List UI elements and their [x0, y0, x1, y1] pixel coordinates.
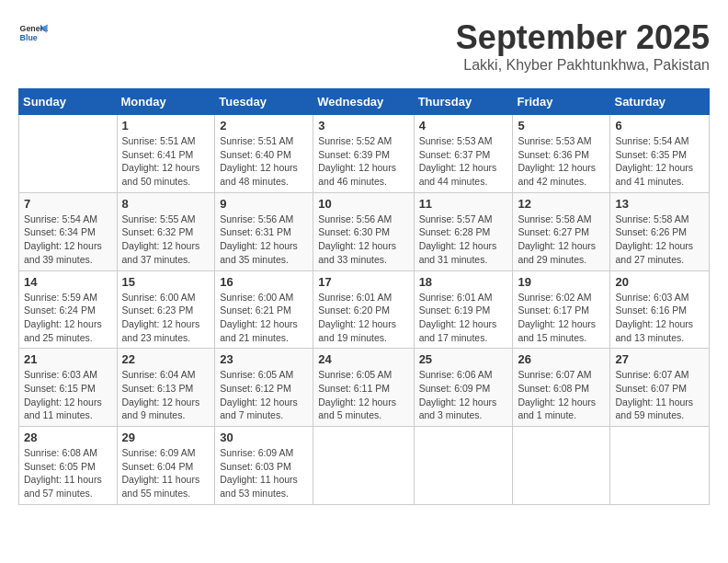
day-cell [513, 427, 610, 505]
day-content: Sunrise: 5:53 AMSunset: 6:36 PMDaylight:… [518, 134, 605, 189]
day-content: Sunrise: 6:00 AMSunset: 6:21 PMDaylight:… [220, 291, 308, 345]
day-number: 29 [122, 431, 210, 444]
day-content: Sunrise: 6:06 AMSunset: 6:09 PMDaylight:… [419, 368, 508, 422]
calendar-table: SundayMondayTuesdayWednesdayThursdayFrid… [18, 88, 710, 505]
day-cell: 8Sunrise: 5:55 AMSunset: 6:32 PMDaylight… [117, 192, 215, 270]
day-content: Sunrise: 5:51 AMSunset: 6:40 PMDaylight:… [220, 134, 308, 189]
day-cell: 15Sunrise: 6:00 AMSunset: 6:23 PMDayligh… [117, 270, 215, 349]
day-number: 28 [24, 431, 112, 444]
week-row-2: 7Sunrise: 5:54 AMSunset: 6:34 PMDaylight… [19, 192, 710, 270]
week-row-5: 28Sunrise: 6:08 AMSunset: 6:05 PMDayligh… [19, 427, 710, 505]
day-cell: 1Sunrise: 5:51 AMSunset: 6:41 PMDaylight… [117, 115, 215, 193]
day-cell: 24Sunrise: 6:05 AMSunset: 6:11 PMDayligh… [313, 349, 414, 427]
column-header-monday: Monday [117, 89, 215, 115]
day-cell [414, 427, 513, 505]
day-content: Sunrise: 5:53 AMSunset: 6:37 PMDaylight:… [419, 134, 508, 189]
day-cell: 27Sunrise: 6:07 AMSunset: 6:07 PMDayligh… [610, 349, 710, 427]
calendar-body: 1Sunrise: 5:51 AMSunset: 6:41 PMDaylight… [19, 115, 710, 505]
day-number: 12 [518, 197, 605, 211]
day-content: Sunrise: 5:57 AMSunset: 6:28 PMDaylight:… [419, 213, 508, 267]
day-cell: 20Sunrise: 6:03 AMSunset: 6:16 PMDayligh… [610, 270, 710, 349]
month-title: September 2025 [456, 18, 710, 57]
day-cell: 19Sunrise: 6:02 AMSunset: 6:17 PMDayligh… [513, 270, 610, 349]
day-number: 9 [220, 197, 308, 211]
day-content: Sunrise: 5:51 AMSunset: 6:41 PMDaylight:… [122, 134, 210, 189]
day-cell: 6Sunrise: 5:54 AMSunset: 6:35 PMDaylight… [610, 115, 710, 193]
day-cell: 7Sunrise: 5:54 AMSunset: 6:34 PMDaylight… [19, 192, 118, 270]
day-cell: 18Sunrise: 6:01 AMSunset: 6:19 PMDayligh… [414, 270, 513, 349]
day-number: 10 [318, 197, 408, 211]
column-header-tuesday: Tuesday [215, 89, 313, 115]
day-number: 24 [318, 352, 408, 366]
day-cell: 14Sunrise: 5:59 AMSunset: 6:24 PMDayligh… [19, 270, 118, 349]
day-number: 26 [518, 352, 605, 366]
day-cell: 26Sunrise: 6:07 AMSunset: 6:08 PMDayligh… [513, 349, 610, 427]
day-cell: 16Sunrise: 6:00 AMSunset: 6:21 PMDayligh… [215, 270, 313, 349]
column-header-thursday: Thursday [414, 89, 513, 115]
day-cell: 10Sunrise: 5:56 AMSunset: 6:30 PMDayligh… [313, 192, 414, 270]
week-row-1: 1Sunrise: 5:51 AMSunset: 6:41 PMDaylight… [19, 115, 710, 193]
column-header-friday: Friday [513, 89, 610, 115]
day-content: Sunrise: 6:04 AMSunset: 6:13 PMDaylight:… [122, 368, 210, 422]
day-content: Sunrise: 6:09 AMSunset: 6:03 PMDaylight:… [220, 446, 308, 500]
day-cell: 30Sunrise: 6:09 AMSunset: 6:03 PMDayligh… [215, 427, 313, 505]
day-cell [19, 115, 118, 193]
column-header-wednesday: Wednesday [313, 89, 414, 115]
day-number: 3 [318, 119, 408, 132]
day-cell: 29Sunrise: 6:09 AMSunset: 6:04 PMDayligh… [117, 427, 215, 505]
day-number: 16 [220, 275, 308, 289]
location-title: Lakki, Khyber Pakhtunkhwa, Pakistan [456, 57, 710, 74]
day-number: 5 [518, 119, 605, 132]
day-content: Sunrise: 6:09 AMSunset: 6:04 PMDaylight:… [122, 446, 210, 500]
day-content: Sunrise: 6:03 AMSunset: 6:15 PMDaylight:… [24, 368, 112, 422]
day-content: Sunrise: 6:00 AMSunset: 6:23 PMDaylight:… [122, 291, 210, 345]
day-cell: 23Sunrise: 6:05 AMSunset: 6:12 PMDayligh… [215, 349, 313, 427]
day-cell: 17Sunrise: 6:01 AMSunset: 6:20 PMDayligh… [313, 270, 414, 349]
day-number: 22 [122, 352, 210, 366]
day-cell [610, 427, 710, 505]
day-number: 13 [615, 197, 704, 211]
day-content: Sunrise: 6:02 AMSunset: 6:17 PMDaylight:… [518, 291, 605, 345]
day-content: Sunrise: 5:58 AMSunset: 6:27 PMDaylight:… [518, 213, 605, 267]
day-number: 18 [419, 275, 508, 289]
day-content: Sunrise: 5:58 AMSunset: 6:26 PMDaylight:… [615, 213, 704, 267]
day-number: 27 [615, 352, 704, 366]
day-number: 2 [220, 119, 308, 132]
day-content: Sunrise: 5:56 AMSunset: 6:30 PMDaylight:… [318, 213, 408, 267]
day-number: 17 [318, 275, 408, 289]
day-number: 21 [24, 352, 112, 366]
day-cell: 11Sunrise: 5:57 AMSunset: 6:28 PMDayligh… [414, 192, 513, 270]
day-number: 1 [122, 119, 210, 132]
day-number: 4 [419, 119, 508, 132]
day-cell: 21Sunrise: 6:03 AMSunset: 6:15 PMDayligh… [19, 349, 118, 427]
day-content: Sunrise: 6:07 AMSunset: 6:08 PMDaylight:… [518, 368, 605, 422]
day-number: 15 [122, 275, 210, 289]
day-content: Sunrise: 6:08 AMSunset: 6:05 PMDaylight:… [24, 446, 112, 500]
day-cell: 22Sunrise: 6:04 AMSunset: 6:13 PMDayligh… [117, 349, 215, 427]
day-number: 14 [24, 275, 112, 289]
day-cell: 2Sunrise: 5:51 AMSunset: 6:40 PMDaylight… [215, 115, 313, 193]
day-content: Sunrise: 6:05 AMSunset: 6:11 PMDaylight:… [318, 368, 408, 422]
week-row-4: 21Sunrise: 6:03 AMSunset: 6:15 PMDayligh… [19, 349, 710, 427]
day-number: 25 [419, 352, 508, 366]
column-header-saturday: Saturday [610, 89, 710, 115]
day-number: 6 [615, 119, 704, 132]
day-cell [313, 427, 414, 505]
day-cell: 12Sunrise: 5:58 AMSunset: 6:27 PMDayligh… [513, 192, 610, 270]
logo: General Blue [18, 18, 51, 48]
day-cell: 25Sunrise: 6:06 AMSunset: 6:09 PMDayligh… [414, 349, 513, 427]
day-cell: 13Sunrise: 5:58 AMSunset: 6:26 PMDayligh… [610, 192, 710, 270]
day-cell: 9Sunrise: 5:56 AMSunset: 6:31 PMDaylight… [215, 192, 313, 270]
day-content: Sunrise: 6:07 AMSunset: 6:07 PMDaylight:… [615, 368, 704, 422]
day-content: Sunrise: 5:54 AMSunset: 6:35 PMDaylight:… [615, 134, 704, 189]
day-content: Sunrise: 5:59 AMSunset: 6:24 PMDaylight:… [24, 291, 112, 345]
day-cell: 5Sunrise: 5:53 AMSunset: 6:36 PMDaylight… [513, 115, 610, 193]
day-content: Sunrise: 6:01 AMSunset: 6:19 PMDaylight:… [419, 291, 508, 345]
day-number: 7 [24, 197, 112, 211]
day-cell: 3Sunrise: 5:52 AMSunset: 6:39 PMDaylight… [313, 115, 414, 193]
day-content: Sunrise: 5:56 AMSunset: 6:31 PMDaylight:… [220, 213, 308, 267]
svg-text:Blue: Blue [20, 33, 38, 42]
day-content: Sunrise: 6:01 AMSunset: 6:20 PMDaylight:… [318, 291, 408, 345]
day-content: Sunrise: 5:52 AMSunset: 6:39 PMDaylight:… [318, 134, 408, 189]
day-number: 11 [419, 197, 508, 211]
